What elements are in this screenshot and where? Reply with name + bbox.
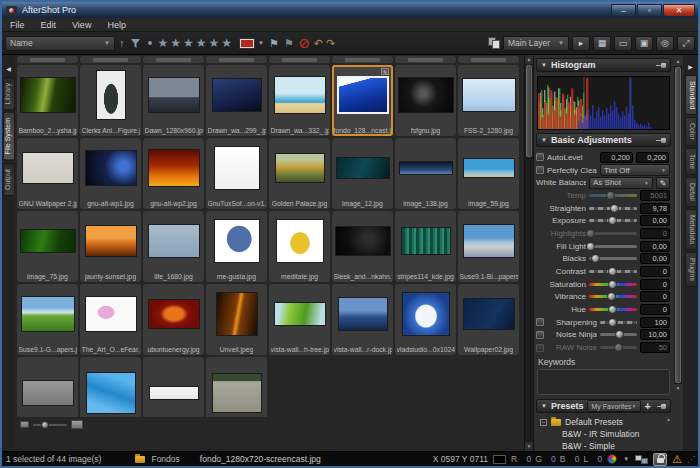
image-thumbnail[interactable]: Dawn_1280x960.jpg (143, 65, 204, 136)
slider-knob[interactable] (608, 267, 617, 276)
straighten-slider[interactable] (589, 207, 637, 210)
image-thumbnail[interactable]: Suse9.1-G...apers.jpg (17, 284, 78, 355)
fill-light-value-field[interactable]: 0,00 (640, 241, 670, 252)
close-button[interactable]: ✕ (663, 4, 695, 17)
image-thumbnail[interactable]: vladstudio...0x1024.jpg (395, 284, 456, 355)
minimize-button[interactable]: – (611, 4, 636, 17)
slider-knob[interactable] (608, 305, 617, 314)
star-rating-icon[interactable]: ★ (221, 36, 232, 50)
slider-knob[interactable] (607, 292, 616, 301)
contrast-slider[interactable] (589, 270, 637, 273)
temp-value-field[interactable]: 5001 (640, 190, 670, 201)
exposure-slider[interactable] (589, 219, 637, 222)
image-thumbnail[interactable]: gnu-alt-wp1.jpg (80, 138, 141, 209)
layers-icon[interactable] (488, 37, 500, 49)
lock-button[interactable] (653, 453, 667, 466)
image-thumbnail[interactable]: Wallpaper02.jpg (458, 284, 519, 355)
panel-scrollbar[interactable]: ▲ ▼ (674, 57, 682, 393)
menu-view[interactable]: View (64, 20, 99, 30)
tab-detail[interactable]: Detail (685, 177, 697, 207)
image-thumbnail[interactable]: image_75.jpg (17, 211, 78, 282)
image-thumbnail[interactable]: GNU Wallpaper 2.jpg (17, 138, 78, 209)
image-thumbnail[interactable] (143, 357, 204, 417)
preset-folder-row[interactable]: –Default Presets (540, 416, 671, 428)
single-image-view-icon[interactable]: ▭ (614, 36, 632, 51)
pin-icon[interactable] (656, 137, 666, 144)
add-preset-button[interactable]: + (645, 401, 651, 411)
image-thumbnail[interactable]: meditate.jpg (269, 211, 330, 282)
autolevel-value-field[interactable]: 0,200 (636, 152, 669, 163)
collapse-section-icon[interactable]: ▼ (541, 137, 547, 143)
slider-knob[interactable] (608, 216, 617, 225)
perfectly-clear-checkbox[interactable] (536, 166, 544, 174)
basic-adjustments-header[interactable]: ▼ Basic Adjustments (536, 133, 671, 147)
slider-knob[interactable] (586, 242, 595, 251)
contrast-value-field[interactable]: 0 (640, 266, 670, 277)
raw-noise-checkbox[interactable] (536, 344, 544, 352)
saturation-value-field[interactable]: 0 (640, 279, 670, 290)
image-thumbnail[interactable]: Golden Palace.jpg (269, 138, 330, 209)
tab-standard[interactable]: Standard (685, 75, 697, 115)
saturation-slider[interactable] (589, 283, 637, 286)
menu-edit[interactable]: Edit (33, 20, 65, 30)
slider-knob[interactable] (608, 280, 617, 289)
image-thumbnail[interactable] (269, 56, 330, 63)
menu-file[interactable]: File (2, 20, 33, 30)
scroll-up-icon[interactable]: ▲ (674, 57, 682, 66)
star-rating-icon[interactable]: ★ (196, 36, 207, 50)
loupe-icon[interactable]: ◎ (656, 36, 674, 51)
menu-help[interactable]: Help (99, 20, 134, 30)
slider-knob[interactable] (606, 191, 615, 200)
slideshow-icon[interactable]: ▸ (572, 36, 590, 51)
slider-knob[interactable] (610, 204, 619, 213)
image-thumbnail[interactable]: image_12.jpg (332, 138, 393, 209)
straighten-value-field[interactable]: 9,78 (640, 203, 670, 214)
temp-slider[interactable] (589, 194, 637, 197)
highlights-value-field[interactable]: 0 (640, 228, 670, 239)
image-thumbnail[interactable]: FSS-2_1280.jpg (458, 65, 519, 136)
image-thumbnail[interactable]: jaunty-sunset.jpg (80, 211, 141, 282)
noise-ninja-slider[interactable] (600, 333, 637, 336)
histogram-header[interactable]: ▼ Histogram (536, 58, 671, 72)
image-thumbnail[interactable]: Sleek_and...nkahn.jpg (332, 211, 393, 282)
tab-metadata[interactable]: Metadata (685, 209, 697, 250)
presets-header[interactable]: ▼ Presets My Favorites ▼ + (536, 399, 671, 413)
image-thumbnail[interactable]: Drawn_wa...332_.jpg (269, 65, 330, 136)
preset-item[interactable]: Bleach Bypass (540, 452, 671, 454)
current-folder[interactable]: Fondos (151, 454, 179, 464)
sharpening-slider[interactable] (600, 321, 637, 324)
exposure-value-field[interactable]: 0,00 (640, 215, 670, 226)
color-label-chevron-icon[interactable]: ▼ (257, 36, 265, 51)
slider-knob[interactable] (614, 343, 623, 352)
hue-slider[interactable] (589, 308, 637, 311)
fill-light-slider[interactable] (589, 245, 637, 248)
rotate-right-icon[interactable]: ↷ (326, 37, 335, 50)
sharpening-checkbox[interactable] (536, 318, 544, 326)
grid-scrollbar-thumb[interactable] (526, 65, 532, 157)
reject-icon[interactable] (298, 38, 311, 49)
collapse-section-icon[interactable]: ▼ (541, 403, 547, 409)
image-thumbnail[interactable] (17, 357, 78, 417)
image-thumbnail[interactable]: image_59.jpg (458, 138, 519, 209)
dual-image-icon[interactable] (635, 455, 648, 464)
tint-select[interactable]: Tint Off▼ (600, 164, 670, 176)
tab-file-system[interactable]: File System (3, 112, 15, 161)
tab-tone[interactable]: Tone (685, 148, 697, 175)
pin-icon[interactable] (657, 403, 666, 410)
fullscreen-icon[interactable]: ⤢ (677, 36, 695, 51)
color-management-icon[interactable] (607, 454, 617, 464)
presets-scroll-up-icon[interactable]: ▲ (666, 416, 671, 422)
preset-item[interactable]: B&W - IR Simulation (540, 428, 671, 440)
image-thumbnail[interactable]: vista-wall...h-tree.jpg (269, 284, 330, 355)
sharpening-value-field[interactable]: 100 (640, 317, 670, 328)
scroll-down-icon[interactable]: ▼ (674, 384, 682, 393)
image-thumbnail[interactable] (206, 357, 267, 417)
presets-favorites-select[interactable]: My Favorites ▼ (587, 400, 640, 412)
rating-none-icon[interactable] (148, 41, 152, 45)
scroll-up-icon[interactable]: ▲ (525, 55, 533, 64)
star-rating-icon[interactable]: ★ (170, 36, 181, 50)
tab-output[interactable]: Output (3, 163, 15, 196)
image-thumbnail[interactable]: Clerks Ani...Figure.jpg (80, 65, 141, 136)
raw-noise-slider[interactable] (600, 346, 637, 349)
vibrance-value-field[interactable]: 0 (640, 291, 670, 302)
